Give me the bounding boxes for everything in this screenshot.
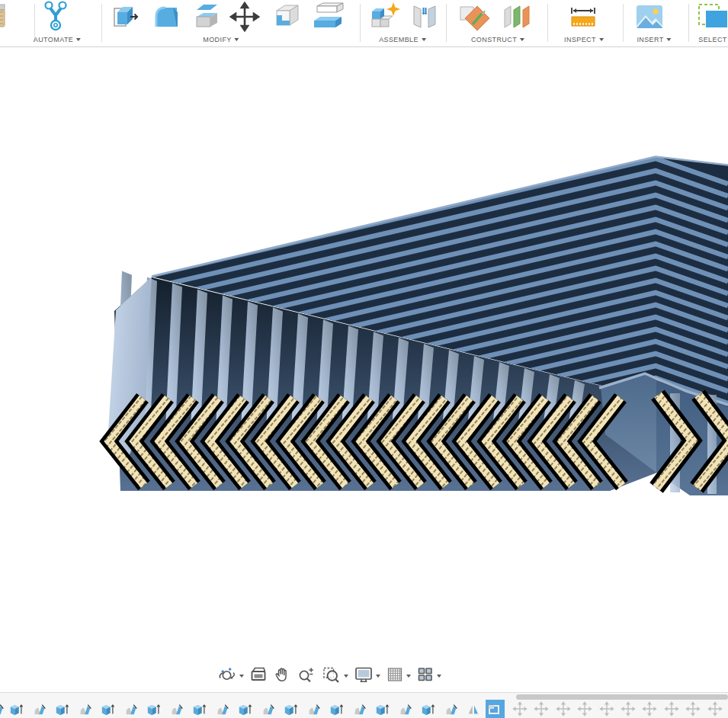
- main-toolbar: AUTOMATE: [0, 0, 728, 47]
- extrude-feature-icon[interactable]: [375, 701, 390, 718]
- joint-icon: [408, 0, 441, 34]
- draft-feature-icon[interactable]: [216, 701, 231, 718]
- automate-menu[interactable]: AUTOMATE: [34, 36, 81, 43]
- draft-feature-icon[interactable]: [307, 701, 322, 718]
- look-at-icon: [249, 665, 268, 687]
- insert-image-button[interactable]: [633, 0, 666, 34]
- move-feature-icon[interactable]: [664, 701, 679, 718]
- construction-plane-button[interactable]: [456, 0, 495, 34]
- insert-menu[interactable]: INSERT: [637, 36, 671, 43]
- move-feature-icon[interactable]: [621, 701, 636, 718]
- joint-button[interactable]: [408, 0, 441, 34]
- draft-feature-icon[interactable]: [33, 701, 48, 718]
- shell-icon: [190, 0, 223, 34]
- align-button[interactable]: [270, 0, 303, 34]
- select-button[interactable]: [696, 0, 728, 34]
- draft-feature-icon[interactable]: [170, 701, 185, 718]
- move-feature-icon[interactable]: [556, 701, 571, 718]
- new-component-button[interactable]: [366, 0, 404, 34]
- draft-feature-icon[interactable]: [353, 701, 368, 718]
- viewport-3d-model[interactable]: [0, 0, 728, 718]
- nav-pan-button[interactable]: [271, 665, 293, 688]
- caret-down-icon: [235, 38, 239, 41]
- select-menu[interactable]: SELECT: [698, 36, 728, 43]
- extrude-feature-icon[interactable]: [146, 701, 162, 718]
- selected-feature-icon[interactable]: [486, 700, 505, 718]
- move-feature-icon[interactable]: [534, 701, 549, 718]
- move-feature-icon[interactable]: [577, 701, 592, 718]
- construct-label: CONSTRUCT: [471, 36, 517, 43]
- timeline-scrollbar[interactable]: [516, 694, 728, 700]
- move-feature-icon[interactable]: [642, 701, 657, 718]
- pan-icon: [273, 665, 291, 687]
- draft-feature-icon[interactable]: [261, 701, 277, 718]
- modify-menu[interactable]: MODIFY: [203, 36, 239, 43]
- extrude-feature-icon[interactable]: [9, 701, 24, 718]
- caret-down-icon: [520, 38, 524, 41]
- press-pull-icon: [109, 0, 143, 34]
- new-component-icon: [366, 0, 404, 34]
- fillet-button[interactable]: [150, 0, 184, 34]
- caret-down-icon: [376, 675, 380, 678]
- caret-down-icon: [599, 38, 604, 41]
- offset-plane-button[interactable]: [500, 0, 534, 34]
- toolbar-separator: [446, 4, 447, 42]
- automate-robot-icon: [39, 0, 72, 34]
- draft-feature-icon[interactable]: [124, 701, 140, 718]
- nav-zoom-button[interactable]: [294, 665, 319, 688]
- draft-feature-partial-icon[interactable]: [0, 701, 6, 718]
- nav-look-at-button[interactable]: [247, 665, 270, 688]
- caret-down-icon: [344, 675, 348, 678]
- nav-display-settings-button[interactable]: [351, 665, 383, 688]
- extrude-feature-icon[interactable]: [284, 701, 299, 718]
- extrude-feature-icon[interactable]: [101, 701, 116, 718]
- move-feature-icon[interactable]: [685, 701, 701, 718]
- select-label: SELECT: [698, 36, 726, 43]
- draft-feature-icon[interactable]: [444, 701, 460, 718]
- clipped-tool-icon: [0, 0, 8, 34]
- move-feature-icon[interactable]: [707, 701, 723, 718]
- insert-label: INSERT: [637, 36, 663, 43]
- caret-down-icon: [437, 675, 441, 678]
- automate-label: AUTOMATE: [34, 36, 73, 43]
- extrude-feature-icon[interactable]: [329, 701, 345, 718]
- caret-down-icon: [422, 38, 426, 41]
- toolbar-separator: [688, 4, 689, 42]
- shell-button[interactable]: [190, 0, 223, 34]
- extrude-feature-icon[interactable]: [238, 701, 253, 718]
- construct-menu[interactable]: CONSTRUCT: [471, 36, 524, 43]
- measure-button[interactable]: [566, 0, 600, 34]
- nav-grid-and-snaps-button[interactable]: [383, 665, 413, 688]
- extrude-feature-icon[interactable]: [192, 701, 207, 718]
- move-feature-icon[interactable]: [512, 701, 528, 718]
- select-box-icon: [696, 0, 728, 34]
- draft-feature-icon[interactable]: [399, 701, 414, 718]
- move-feature-icon[interactable]: [599, 701, 614, 718]
- offset-plane-icon: [500, 0, 534, 34]
- caret-down-icon: [406, 675, 411, 678]
- nav-orbit-button[interactable]: [215, 665, 246, 688]
- window-zoom-icon: [322, 665, 342, 687]
- offset-face-button[interactable]: [308, 0, 349, 34]
- toolbar-separator: [360, 4, 361, 42]
- extrude-feature-icon[interactable]: [55, 701, 70, 718]
- mirror-feature-icon[interactable]: [467, 701, 482, 718]
- fillet-icon: [150, 0, 184, 34]
- insert-image-icon: [633, 0, 666, 34]
- caret-down-icon: [76, 38, 81, 41]
- modify-label: MODIFY: [203, 36, 231, 43]
- nav-viewports-button[interactable]: [414, 665, 444, 688]
- nav-window-zoom-button[interactable]: [319, 665, 351, 688]
- press-pull-button[interactable]: [109, 0, 143, 34]
- inspect-menu[interactable]: INSPECT: [564, 36, 604, 43]
- assemble-label: ASSEMBLE: [379, 36, 419, 43]
- measure-icon: [566, 0, 600, 34]
- caret-down-icon: [667, 38, 672, 41]
- draft-feature-icon[interactable]: [79, 701, 94, 718]
- extrude-feature-icon[interactable]: [421, 701, 436, 718]
- move-copy-button[interactable]: [228, 0, 261, 34]
- clipped-create-tool-button[interactable]: [0, 0, 8, 34]
- align-cube-icon: [270, 0, 303, 34]
- assemble-menu[interactable]: ASSEMBLE: [379, 36, 426, 43]
- automate-button[interactable]: [39, 0, 72, 34]
